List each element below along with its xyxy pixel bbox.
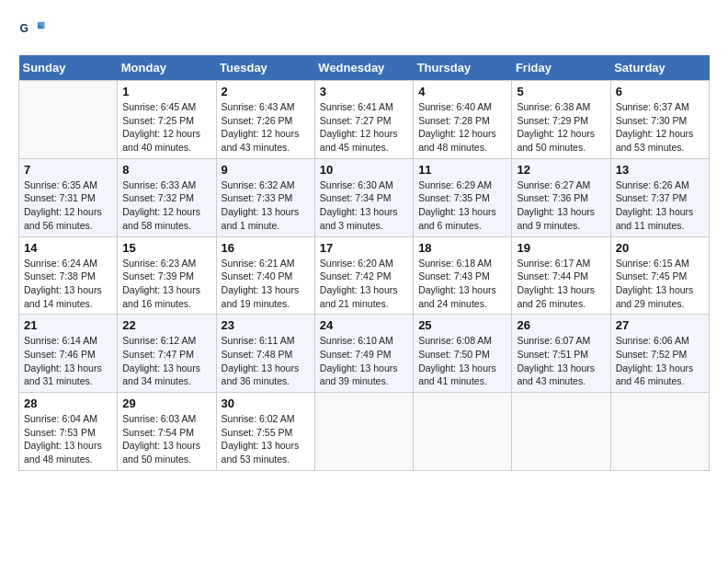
day-info: Sunrise: 6:43 AMSunset: 7:26 PMDaylight:…: [222, 100, 310, 155]
day-info: Sunrise: 6:02 AMSunset: 7:55 PMDaylight:…: [222, 412, 310, 466]
day-info: Sunrise: 6:10 AMSunset: 7:49 PMDaylight:…: [320, 334, 408, 388]
day-info: Sunrise: 6:35 AMSunset: 7:31 PMDaylight:…: [24, 178, 112, 233]
day-number: 22: [122, 318, 210, 332]
calendar-cell: 3 Sunrise: 6:41 AMSunset: 7:27 PMDayligh…: [314, 81, 413, 159]
calendar-cell: 20 Sunrise: 6:15 AMSunset: 7:45 PMDaylig…: [610, 236, 709, 315]
day-number: 4: [418, 85, 506, 98]
calendar-cell: 30 Sunrise: 6:02 AMSunset: 7:55 PMDaylig…: [216, 393, 314, 471]
day-number: 20: [616, 241, 704, 255]
day-number: 17: [320, 241, 408, 255]
day-number: 15: [122, 241, 210, 255]
weekday-header: Wednesday: [314, 55, 413, 81]
calendar-cell: [314, 393, 413, 471]
day-number: 29: [122, 396, 210, 410]
calendar-cell: 15 Sunrise: 6:23 AMSunset: 7:39 PMDaylig…: [118, 236, 216, 315]
calendar-body: 1 Sunrise: 6:45 AMSunset: 7:25 PMDayligh…: [19, 81, 710, 471]
calendar-cell: 28 Sunrise: 6:04 AMSunset: 7:53 PMDaylig…: [19, 393, 118, 471]
day-info: Sunrise: 6:32 AMSunset: 7:33 PMDaylight:…: [222, 178, 310, 233]
day-info: Sunrise: 6:15 AMSunset: 7:45 PMDaylight:…: [616, 257, 704, 311]
day-number: 13: [616, 163, 704, 177]
day-number: 2: [222, 85, 310, 98]
day-info: Sunrise: 6:24 AMSunset: 7:38 PMDaylight:…: [24, 257, 112, 311]
calendar-cell: 14 Sunrise: 6:24 AMSunset: 7:38 PMDaylig…: [19, 236, 118, 315]
day-info: Sunrise: 6:17 AMSunset: 7:44 PMDaylight:…: [517, 257, 605, 311]
logo: G: [18, 18, 50, 46]
calendar-cell: 8 Sunrise: 6:33 AMSunset: 7:32 PMDayligh…: [118, 158, 216, 236]
calendar-week: 14 Sunrise: 6:24 AMSunset: 7:38 PMDaylig…: [19, 236, 710, 315]
calendar-cell: 26 Sunrise: 6:07 AMSunset: 7:51 PMDaylig…: [512, 315, 610, 393]
page-header: G: [18, 18, 710, 46]
day-number: 14: [24, 241, 112, 255]
day-number: 6: [616, 85, 704, 98]
calendar-cell: 1 Sunrise: 6:45 AMSunset: 7:25 PMDayligh…: [118, 81, 216, 159]
calendar-cell: 18 Sunrise: 6:18 AMSunset: 7:43 PMDaylig…: [414, 236, 512, 315]
calendar-cell: 7 Sunrise: 6:35 AMSunset: 7:31 PMDayligh…: [19, 158, 118, 236]
calendar-cell: 11 Sunrise: 6:29 AMSunset: 7:35 PMDaylig…: [414, 158, 512, 236]
weekday-header: Sunday: [19, 55, 118, 81]
weekday-header: Friday: [512, 55, 610, 81]
day-info: Sunrise: 6:18 AMSunset: 7:43 PMDaylight:…: [418, 257, 506, 311]
day-number: 3: [320, 85, 408, 98]
day-number: 28: [24, 396, 112, 410]
calendar-week: 28 Sunrise: 6:04 AMSunset: 7:53 PMDaylig…: [19, 393, 710, 471]
calendar-header: SundayMondayTuesdayWednesdayThursdayFrid…: [19, 55, 710, 81]
calendar-cell: 4 Sunrise: 6:40 AMSunset: 7:28 PMDayligh…: [414, 81, 512, 159]
calendar-cell: 27 Sunrise: 6:06 AMSunset: 7:52 PMDaylig…: [610, 315, 709, 393]
logo-icon: G: [18, 18, 46, 46]
day-info: Sunrise: 6:30 AMSunset: 7:34 PMDaylight:…: [320, 178, 408, 233]
calendar-cell: 19 Sunrise: 6:17 AMSunset: 7:44 PMDaylig…: [512, 236, 610, 315]
calendar-cell: 22 Sunrise: 6:12 AMSunset: 7:47 PMDaylig…: [118, 315, 216, 393]
day-info: Sunrise: 6:12 AMSunset: 7:47 PMDaylight:…: [122, 334, 210, 388]
calendar-cell: 21 Sunrise: 6:14 AMSunset: 7:46 PMDaylig…: [19, 315, 118, 393]
calendar-cell: 12 Sunrise: 6:27 AMSunset: 7:36 PMDaylig…: [512, 158, 610, 236]
day-number: 25: [418, 318, 506, 332]
calendar-cell: 13 Sunrise: 6:26 AMSunset: 7:37 PMDaylig…: [610, 158, 709, 236]
day-number: 24: [320, 318, 408, 332]
weekday-header: Tuesday: [216, 55, 314, 81]
day-info: Sunrise: 6:37 AMSunset: 7:30 PMDaylight:…: [616, 100, 704, 155]
day-info: Sunrise: 6:41 AMSunset: 7:27 PMDaylight:…: [320, 100, 408, 155]
day-number: 26: [517, 318, 605, 332]
calendar-cell: 29 Sunrise: 6:03 AMSunset: 7:54 PMDaylig…: [118, 393, 216, 471]
weekday-header: Thursday: [414, 55, 512, 81]
day-number: 23: [222, 318, 310, 332]
weekday-header: Monday: [118, 55, 216, 81]
day-number: 12: [517, 163, 605, 177]
day-info: Sunrise: 6:04 AMSunset: 7:53 PMDaylight:…: [24, 412, 112, 466]
day-number: 27: [616, 318, 704, 332]
day-number: 7: [24, 163, 112, 177]
calendar-cell: 16 Sunrise: 6:21 AMSunset: 7:40 PMDaylig…: [216, 236, 314, 315]
calendar-week: 21 Sunrise: 6:14 AMSunset: 7:46 PMDaylig…: [19, 315, 710, 393]
calendar-cell: [512, 393, 610, 471]
day-info: Sunrise: 6:45 AMSunset: 7:25 PMDaylight:…: [122, 100, 210, 155]
day-info: Sunrise: 6:23 AMSunset: 7:39 PMDaylight:…: [122, 257, 210, 311]
calendar-cell: 6 Sunrise: 6:37 AMSunset: 7:30 PMDayligh…: [610, 81, 709, 159]
calendar-cell: 23 Sunrise: 6:11 AMSunset: 7:48 PMDaylig…: [216, 315, 314, 393]
day-info: Sunrise: 6:07 AMSunset: 7:51 PMDaylight:…: [517, 334, 605, 388]
day-number: 16: [222, 241, 310, 255]
day-info: Sunrise: 6:06 AMSunset: 7:52 PMDaylight:…: [616, 334, 704, 388]
weekday-header: Saturday: [610, 55, 709, 81]
day-info: Sunrise: 6:40 AMSunset: 7:28 PMDaylight:…: [418, 100, 506, 155]
day-number: 9: [222, 163, 310, 177]
calendar-cell: [19, 81, 118, 159]
day-number: 21: [24, 318, 112, 332]
calendar-cell: 10 Sunrise: 6:30 AMSunset: 7:34 PMDaylig…: [314, 158, 413, 236]
day-info: Sunrise: 6:27 AMSunset: 7:36 PMDaylight:…: [517, 178, 605, 233]
day-info: Sunrise: 6:03 AMSunset: 7:54 PMDaylight:…: [122, 412, 210, 466]
day-info: Sunrise: 6:26 AMSunset: 7:37 PMDaylight:…: [616, 178, 704, 233]
day-number: 10: [320, 163, 408, 177]
day-number: 19: [517, 241, 605, 255]
calendar-cell: [610, 393, 709, 471]
day-info: Sunrise: 6:29 AMSunset: 7:35 PMDaylight:…: [418, 178, 506, 233]
calendar-week: 1 Sunrise: 6:45 AMSunset: 7:25 PMDayligh…: [19, 81, 710, 159]
calendar-cell: [414, 393, 512, 471]
day-info: Sunrise: 6:20 AMSunset: 7:42 PMDaylight:…: [320, 257, 408, 311]
day-info: Sunrise: 6:38 AMSunset: 7:29 PMDaylight:…: [517, 100, 605, 155]
calendar-cell: 17 Sunrise: 6:20 AMSunset: 7:42 PMDaylig…: [314, 236, 413, 315]
day-number: 5: [517, 85, 605, 98]
calendar-table: SundayMondayTuesdayWednesdayThursdayFrid…: [18, 55, 710, 471]
day-number: 30: [222, 396, 310, 410]
calendar-cell: 24 Sunrise: 6:10 AMSunset: 7:49 PMDaylig…: [314, 315, 413, 393]
day-info: Sunrise: 6:33 AMSunset: 7:32 PMDaylight:…: [122, 178, 210, 233]
